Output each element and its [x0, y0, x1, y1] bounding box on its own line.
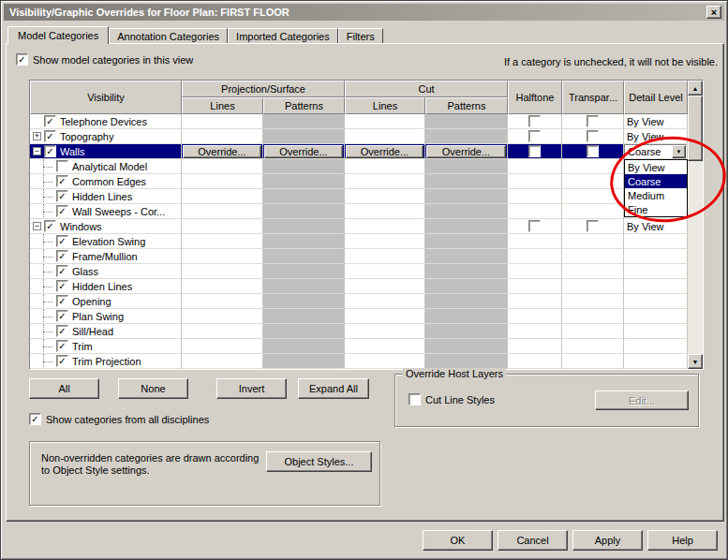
dropdown-option[interactable]: Medium — [625, 188, 687, 202]
show-model-categories-checkbox[interactable]: ✓ Show model categories in this view — [16, 53, 193, 66]
projection-patterns-cell — [263, 339, 345, 354]
grid-row[interactable]: ✓Hidden Lines — [30, 279, 688, 294]
visibility-checkbox[interactable]: ✓ — [44, 130, 56, 142]
vertical-scrollbar[interactable]: ▲ ▼ — [688, 81, 703, 369]
grid-row[interactable]: ✓Sill/Head — [30, 324, 688, 339]
override-button[interactable]: Override... — [183, 145, 261, 158]
transparent-checkbox[interactable] — [587, 145, 599, 157]
expand-plus-icon[interactable]: + — [33, 132, 41, 140]
transparent-cell — [562, 279, 624, 294]
grid-row[interactable]: ✓Trim — [30, 339, 688, 354]
scrollbar-thumb[interactable] — [688, 96, 703, 161]
halftone-cell — [508, 249, 562, 264]
visibility-checkbox[interactable]: ✓ — [56, 310, 68, 322]
detail-level-combobox[interactable]: Coarse▼ — [624, 144, 687, 159]
dropdown-option[interactable]: Coarse — [625, 174, 687, 188]
halftone-checkbox[interactable] — [528, 130, 541, 142]
halftone-checkbox[interactable] — [528, 220, 541, 232]
show-model-categories-label: Show model categories in this view — [33, 54, 193, 66]
grid-row[interactable]: ✓Glass — [30, 264, 688, 279]
visibility-checkbox[interactable]: ✓ — [56, 235, 68, 247]
visibility-checkbox[interactable]: ✓ — [44, 145, 56, 157]
apply-button[interactable]: Apply — [572, 530, 643, 551]
collapse-minus-icon[interactable]: − — [33, 222, 41, 230]
tab-annotation-categories[interactable]: Annotation Categories — [109, 28, 228, 43]
grid-row[interactable]: ✓Wall Sweeps - Cor... — [30, 204, 688, 219]
projection-patterns-cell — [263, 324, 345, 339]
halftone-checkbox[interactable] — [528, 145, 541, 157]
header-projection-patterns[interactable]: Patterns — [263, 97, 345, 114]
grid-row[interactable]: ✓Frame/Mullion — [30, 249, 688, 264]
header-projection-surface[interactable]: Projection/Surface — [182, 81, 345, 97]
override-button[interactable]: Override... — [264, 145, 343, 158]
grid-row[interactable]: ✓Elevation Swing — [30, 234, 688, 249]
show-all-disciplines-checkbox[interactable]: ✓ Show categories from all disciplines — [29, 413, 209, 425]
all-button[interactable]: All — [29, 378, 99, 399]
header-detail-level[interactable]: Detail Level — [624, 81, 688, 114]
visibility-checkbox[interactable]: ✓ — [56, 295, 68, 307]
halftone-cell — [508, 294, 562, 309]
object-styles-button[interactable]: Object Styles... — [266, 451, 372, 472]
visibility-checkbox[interactable]: ✓ — [56, 355, 68, 367]
tab-model-categories[interactable]: Model Categories — [7, 26, 109, 44]
visibility-checkbox[interactable]: ✓ — [56, 205, 68, 217]
help-button[interactable]: Help — [647, 530, 718, 551]
visibility-checkbox[interactable]: ✓ — [56, 175, 68, 187]
visibility-checkbox[interactable]: ✓ — [56, 250, 68, 262]
grid-row[interactable]: −✓WallsOverride...Override...Override...… — [30, 144, 688, 159]
override-button[interactable]: Override... — [426, 145, 506, 158]
collapse-minus-icon[interactable]: − — [33, 147, 41, 155]
grid-row[interactable]: Analytical Model — [30, 159, 688, 174]
visibility-checkbox[interactable] — [56, 160, 68, 172]
title-bar[interactable]: Visibility/Graphic Overrides for Floor P… — [4, 4, 724, 21]
transparent-checkbox[interactable] — [587, 130, 599, 142]
none-button[interactable]: None — [118, 378, 188, 399]
tab-filters[interactable]: Filters — [338, 28, 383, 43]
ok-button[interactable]: OK — [423, 530, 493, 551]
cut-patterns-cell — [425, 264, 508, 279]
visibility-checkbox[interactable]: ✓ — [56, 280, 68, 292]
grid-row[interactable]: ✓Trim Projection — [30, 354, 688, 369]
transparent-checkbox[interactable] — [587, 115, 599, 127]
header-cut-lines[interactable]: Lines — [345, 97, 425, 114]
dropdown-option[interactable]: Fine — [625, 202, 687, 216]
header-transparent[interactable]: Transpar... — [562, 81, 624, 114]
header-cut-patterns[interactable]: Patterns — [425, 97, 508, 114]
visibility-checkbox[interactable]: ✓ — [56, 190, 68, 202]
cancel-button[interactable]: Cancel — [498, 530, 568, 551]
visibility-checkbox[interactable]: ✓ — [56, 265, 68, 277]
projection-patterns-cell — [263, 234, 345, 249]
cut-lines-cell — [345, 264, 425, 279]
header-cut[interactable]: Cut — [345, 81, 508, 97]
tab-imported-categories[interactable]: Imported Categories — [228, 28, 338, 43]
scroll-up-icon[interactable]: ▲ — [688, 81, 703, 96]
grid-row[interactable]: +✓TopographyBy View — [30, 129, 688, 144]
visibility-checkbox[interactable]: ✓ — [44, 115, 56, 127]
dropdown-option[interactable]: By View — [625, 160, 687, 174]
transparent-cell — [562, 144, 624, 159]
grid-row[interactable]: ✓Opening — [30, 294, 688, 309]
visibility-checkbox[interactable]: ✓ — [44, 220, 56, 232]
grid-row[interactable]: ✓Telephone DevicesBy View — [30, 114, 688, 129]
visibility-checkbox[interactable]: ✓ — [56, 340, 68, 352]
projection-lines-cell — [182, 174, 263, 189]
grid-row[interactable]: ✓Plan Swing — [30, 309, 688, 324]
invert-button[interactable]: Invert — [216, 378, 287, 399]
dropdown-arrow-icon[interactable]: ▼ — [672, 145, 686, 158]
transparent-checkbox[interactable] — [587, 220, 599, 232]
category-label: Frame/Mullion — [72, 251, 138, 262]
grid-row[interactable]: −✓WindowsBy View — [30, 219, 688, 234]
header-halftone[interactable]: Halftone — [508, 81, 562, 114]
visibility-checkbox[interactable]: ✓ — [56, 325, 68, 337]
header-visibility[interactable]: Visibility — [30, 81, 182, 114]
halftone-checkbox[interactable] — [528, 115, 541, 127]
grid-row[interactable]: ✓Hidden Lines — [30, 189, 688, 204]
cut-line-styles-checkbox[interactable]: Cut Line Styles — [409, 393, 495, 405]
header-projection-lines[interactable]: Lines — [182, 97, 263, 114]
visibility-graphics-dialog: Visibility/Graphic Overrides for Floor P… — [0, 0, 728, 560]
close-button[interactable]: × — [706, 6, 721, 19]
override-button[interactable]: Override... — [346, 145, 423, 158]
scroll-down-icon[interactable]: ▼ — [688, 354, 703, 369]
expand-all-button[interactable]: Expand All — [298, 378, 369, 399]
grid-row[interactable]: ✓Common Edges — [30, 174, 688, 189]
